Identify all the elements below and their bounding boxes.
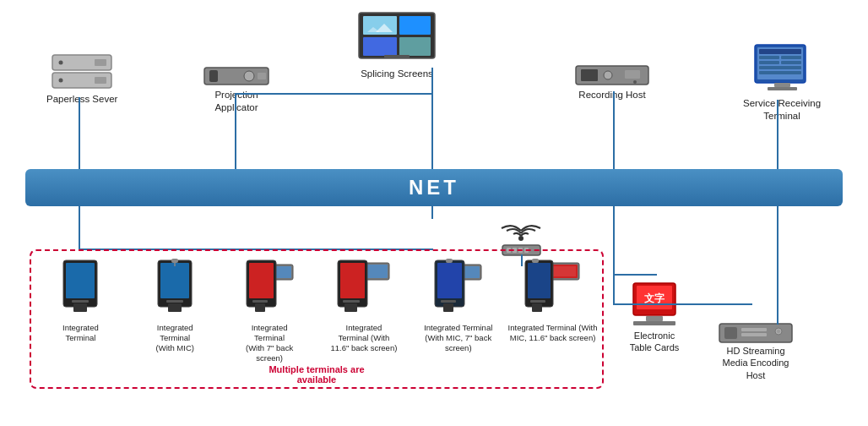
hline-to-streaming	[613, 303, 752, 305]
svg-rect-73	[528, 263, 551, 298]
svg-rect-21	[625, 70, 640, 79]
svg-rect-55	[255, 303, 265, 312]
net-label: NET	[409, 176, 459, 199]
svg-rect-32	[774, 83, 790, 87]
vline-bottom-paperless	[79, 206, 80, 248]
vline-recording	[613, 91, 615, 169]
terminal-5: Integrated Terminal(With MIC, 7" backscr…	[412, 256, 504, 363]
svg-rect-53	[249, 263, 274, 298]
svg-rect-43	[73, 303, 87, 312]
net-bar: NET	[25, 169, 843, 206]
svg-point-34	[518, 236, 524, 241]
svg-rect-75	[532, 303, 542, 312]
service-receiving-label: Service Receiving Terminal	[743, 97, 821, 123]
svg-rect-7	[209, 70, 218, 82]
streaming-host-icon	[718, 321, 794, 345]
svg-point-20	[604, 71, 612, 79]
svg-rect-4	[95, 59, 106, 66]
hd-streaming-host: HD StreamingMedia EncodingHost	[718, 321, 794, 381]
svg-rect-61	[344, 303, 357, 312]
svg-point-22	[633, 80, 637, 84]
svg-rect-29	[781, 61, 801, 64]
svg-rect-42	[72, 300, 89, 303]
terminal-4-icon	[336, 256, 391, 320]
splicing-screens-label: Splicing Screens	[361, 68, 433, 80]
svg-rect-60	[343, 300, 360, 303]
electronic-table-cards: 文字 ElectronicTable Cards	[625, 279, 684, 354]
projector-icon	[203, 63, 270, 89]
terminal-6-icon	[524, 256, 583, 320]
splicing-screens: Splicing Screens	[355, 8, 439, 80]
terminal-2-icon	[149, 256, 200, 320]
svg-rect-14	[399, 37, 431, 56]
vline-service-down	[777, 274, 778, 325]
hline-to-table-cards	[613, 274, 657, 276]
vline-projection	[235, 93, 236, 169]
terminal-2: IntegratedTerminal(With MIC)	[129, 256, 221, 363]
svg-rect-76	[532, 259, 539, 263]
splicing-screen-icon	[355, 8, 439, 68]
terminal-3-label: IntegratedTerminal(With 7" backscreen)	[246, 323, 293, 363]
terminal-3-icon	[242, 256, 297, 320]
electronic-table-cards-label: ElectronicTable Cards	[630, 330, 680, 354]
terminal-1-label: IntegratedTerminal	[62, 323, 99, 343]
projection-applicator: Projection Applicator	[203, 63, 270, 114]
svg-rect-5	[95, 77, 106, 84]
svg-rect-27	[781, 56, 801, 59]
svg-rect-85	[741, 333, 767, 336]
service-receiving-terminal: Service Receiving Terminal	[743, 42, 821, 123]
svg-rect-25	[759, 49, 801, 54]
svg-rect-67	[443, 303, 453, 312]
multiple-terminals-label: Multiple terminals are available	[269, 364, 364, 385]
recording-host-icon	[574, 63, 650, 89]
svg-rect-68	[446, 259, 453, 263]
svg-rect-80	[646, 316, 663, 321]
vline-bottom-recording	[613, 206, 615, 274]
svg-rect-45	[160, 263, 189, 298]
svg-point-87	[777, 330, 780, 333]
terminal-5-label: Integrated Terminal(With MIC, 7" backscr…	[424, 323, 492, 353]
paperless-server: Paperless Sever	[46, 51, 117, 106]
vline-paperless	[79, 97, 80, 169]
svg-rect-65	[437, 263, 462, 298]
terminal-6: Integrated Terminal (WithMIC, 11.6" back…	[507, 256, 599, 363]
svg-rect-26	[759, 56, 779, 59]
terminal-1-icon	[55, 256, 106, 320]
terminals-box: IntegratedTerminal IntegratedTerminal(Wi…	[30, 249, 604, 389]
vline-service	[777, 100, 778, 169]
svg-rect-30	[759, 66, 801, 69]
svg-rect-59	[340, 263, 365, 298]
server-icon	[48, 51, 116, 93]
svg-rect-71	[552, 266, 576, 276]
svg-rect-13	[363, 37, 397, 56]
terminal-6-label: Integrated Terminal (WithMIC, 11.6" back…	[508, 323, 598, 343]
svg-rect-33	[768, 87, 797, 90]
recording-host-label: Recording Host	[578, 89, 645, 101]
svg-rect-19	[581, 69, 598, 81]
diagram: NET Paperless Sever Projection Applicato…	[0, 0, 868, 426]
vline-bottom-service	[777, 206, 778, 274]
svg-rect-74	[530, 300, 545, 303]
svg-rect-12	[399, 16, 431, 35]
monitor-icon	[751, 42, 814, 97]
svg-rect-48	[171, 259, 178, 263]
recording-host: Recording Host	[574, 63, 650, 101]
terminal-4-label: IntegratedTerminal (With11.6" back scree…	[330, 323, 397, 353]
svg-point-2	[59, 61, 63, 65]
vline-bottom-splicing	[431, 206, 433, 219]
svg-point-8	[244, 71, 254, 81]
hline-proj-splicing	[235, 93, 433, 95]
terminal-3: IntegratedTerminal(With 7" backscreen)	[224, 256, 316, 363]
terminal-5-icon	[431, 256, 486, 320]
svg-rect-83	[724, 327, 737, 339]
terminal-4: IntegratedTerminal (With11.6" back scree…	[317, 256, 410, 363]
svg-point-3	[59, 79, 63, 83]
vline-junction	[613, 274, 615, 303]
svg-rect-9	[258, 73, 266, 79]
svg-rect-46	[166, 300, 183, 303]
svg-rect-41	[66, 263, 95, 298]
svg-rect-66	[441, 300, 456, 303]
svg-rect-54	[252, 300, 268, 303]
svg-rect-84	[741, 328, 767, 331]
hd-streaming-label: HD StreamingMedia EncodingHost	[723, 345, 789, 381]
